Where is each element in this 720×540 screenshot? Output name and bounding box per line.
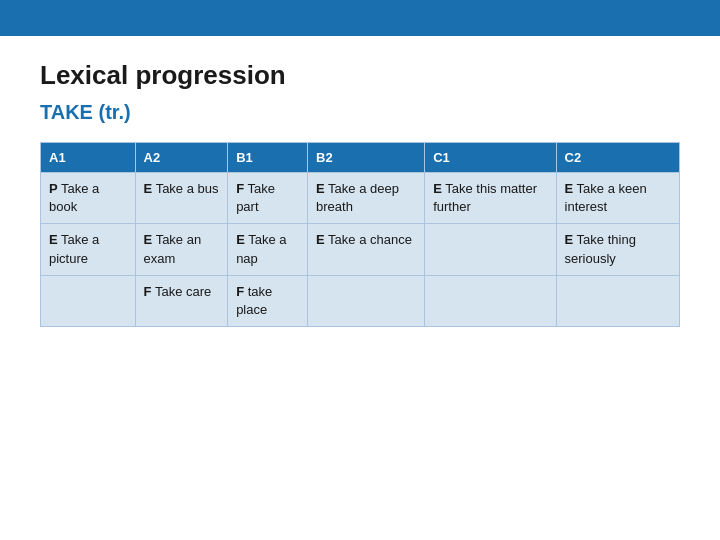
table-header-cell: C2 <box>556 143 679 173</box>
main-title: Lexical progression <box>40 60 680 91</box>
top-bar <box>0 0 720 36</box>
table-cell: E Take a keen interest <box>556 173 679 224</box>
table-row: E Take a pictureE Take an examE Take a n… <box>41 224 680 275</box>
table-cell: E Take a picture <box>41 224 136 275</box>
table-cell: E Take a deep breath <box>308 173 425 224</box>
table-header-cell: B1 <box>228 143 308 173</box>
table-header-cell: B2 <box>308 143 425 173</box>
table-row: F Take careF take place <box>41 275 680 326</box>
table-cell: F take place <box>228 275 308 326</box>
table-cell: P Take a book <box>41 173 136 224</box>
table-cell: E Take thing seriously <box>556 224 679 275</box>
table-cell <box>41 275 136 326</box>
table-cell: F Take care <box>135 275 228 326</box>
table-cell: E Take a nap <box>228 224 308 275</box>
content-area: Lexical progression TAKE (tr.) A1A2B1B2C… <box>0 36 720 347</box>
table-header-cell: A2 <box>135 143 228 173</box>
table-cell: F Take part <box>228 173 308 224</box>
table-header-cell: A1 <box>41 143 136 173</box>
table-header-row: A1A2B1B2C1C2 <box>41 143 680 173</box>
table-cell: E Take a bus <box>135 173 228 224</box>
table-cell: E Take an exam <box>135 224 228 275</box>
sub-title: TAKE (tr.) <box>40 101 680 124</box>
table-row: P Take a bookE Take a busF Take partE Ta… <box>41 173 680 224</box>
table-cell <box>425 275 556 326</box>
table-cell <box>308 275 425 326</box>
lexical-table: A1A2B1B2C1C2 P Take a bookE Take a busF … <box>40 142 680 327</box>
table-cell <box>556 275 679 326</box>
table-cell: E Take a chance <box>308 224 425 275</box>
table-header-cell: C1 <box>425 143 556 173</box>
table-cell <box>425 224 556 275</box>
table-cell: E Take this matter further <box>425 173 556 224</box>
table-body: P Take a bookE Take a busF Take partE Ta… <box>41 173 680 327</box>
